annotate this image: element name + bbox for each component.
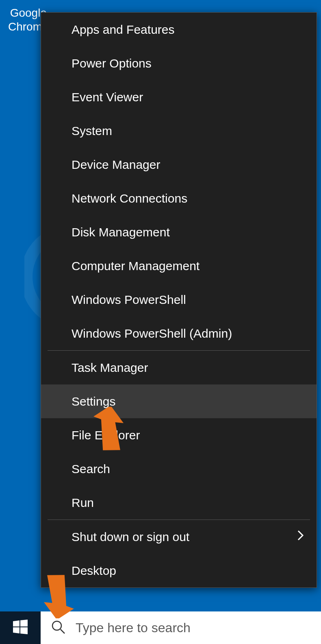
menu-label: Network Connections [72,192,187,205]
search-icon [51,620,65,636]
menu-item-device-manager[interactable]: Device Manager [41,148,317,181]
taskbar: Type here to search [0,611,321,644]
windows-logo-icon [13,620,28,636]
menu-item-shutdown[interactable]: Shut down or sign out [41,520,317,554]
menu-label: Windows PowerShell (Admin) [72,327,232,341]
start-right-click-menu: Apps and Features Power Options Event Vi… [41,12,317,588]
menu-item-run[interactable]: Run [41,486,317,520]
menu-label: Run [72,496,94,510]
menu-label: Disk Management [72,225,170,239]
svg-marker-6 [20,627,28,634]
menu-item-network-connections[interactable]: Network Connections [41,181,317,215]
menu-label: Shut down or sign out [72,530,189,544]
svg-marker-4 [20,620,28,627]
menu-label: Computer Management [72,259,200,273]
menu-label: Apps and Features [72,23,175,37]
menu-label: Event Viewer [72,90,143,104]
search-placeholder: Type here to search [76,620,191,635]
menu-item-computer-management[interactable]: Computer Management [41,249,317,283]
menu-label: File Explorer [72,428,140,442]
menu-item-event-viewer[interactable]: Event Viewer [41,80,317,114]
menu-label: Settings [72,395,115,408]
chevron-right-icon [297,530,304,544]
svg-point-7 [52,621,61,630]
menu-label: Desktop [72,564,116,578]
menu-label: Windows PowerShell [72,293,186,307]
svg-marker-3 [13,620,20,627]
menu-label: Device Manager [72,158,160,172]
menu-item-windows-powershell-admin[interactable]: Windows PowerShell (Admin) [41,317,317,350]
menu-item-task-manager[interactable]: Task Manager [41,351,317,384]
svg-marker-5 [13,627,20,633]
menu-label: System [72,124,112,138]
menu-label: Search [72,462,110,476]
menu-label: Power Options [72,57,152,70]
menu-item-windows-powershell[interactable]: Windows PowerShell [41,283,317,317]
menu-item-file-explorer[interactable]: File Explorer [41,418,317,452]
menu-label: Task Manager [72,361,148,375]
svg-line-8 [61,629,65,633]
menu-item-search[interactable]: Search [41,452,317,486]
menu-item-apps-and-features[interactable]: Apps and Features [41,13,317,46]
menu-item-desktop[interactable]: Desktop [41,554,317,587]
start-button[interactable] [0,611,41,644]
taskbar-search[interactable]: Type here to search [41,611,321,644]
menu-item-disk-management[interactable]: Disk Management [41,215,317,249]
menu-item-settings[interactable]: Settings [41,384,317,418]
menu-item-system[interactable]: System [41,114,317,148]
menu-item-power-options[interactable]: Power Options [41,46,317,80]
